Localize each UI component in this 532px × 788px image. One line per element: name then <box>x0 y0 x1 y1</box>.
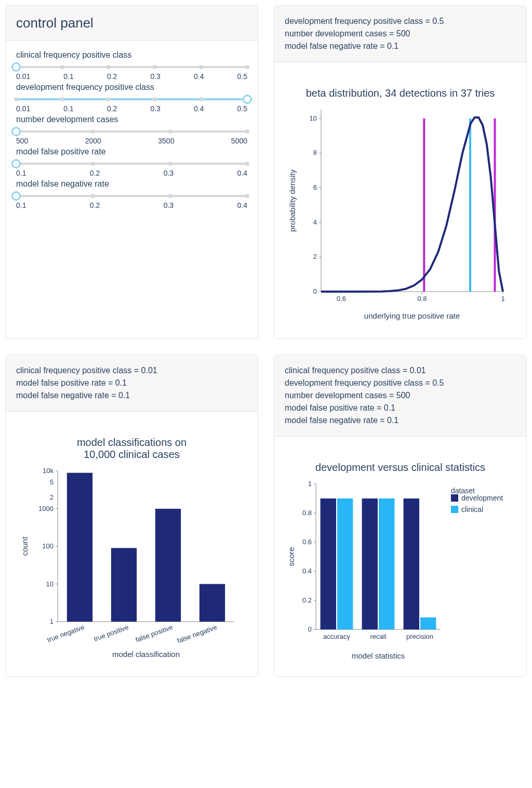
metric-line: clinical frequency positive class = 0.01 <box>16 364 247 377</box>
slider-model-false-negative-rate: model false negative rate0.10.20.30.4 <box>16 179 247 209</box>
svg-text:10k: 10k <box>43 467 54 475</box>
metric-line: number development cases = 500 <box>285 389 516 402</box>
metric-line: number development cases = 500 <box>285 28 516 40</box>
svg-text:100: 100 <box>42 542 54 550</box>
svg-rect-70 <box>420 618 436 629</box>
svg-text:score: score <box>287 547 296 567</box>
svg-rect-64 <box>337 498 353 629</box>
control-panel-body: clinical frequency positive class0.010.1… <box>6 41 258 222</box>
svg-text:false negative: false negative <box>176 623 218 645</box>
classifications-card-body: model classifications on 10,000 clinical… <box>6 412 258 674</box>
slider-number-development-cases: number development cases500200035005000 <box>16 115 247 145</box>
slider-handle[interactable] <box>11 127 21 136</box>
svg-rect-39 <box>67 473 92 622</box>
svg-rect-63 <box>321 498 336 629</box>
svg-text:underlying true positive rate: underlying true positive rate <box>364 311 460 320</box>
slider-handle[interactable] <box>11 191 21 201</box>
classifications-chart-area: 110100100010k25true negativetrue positiv… <box>16 466 247 663</box>
slider-ticks: 0.10.20.30.4 <box>16 169 247 177</box>
svg-text:2: 2 <box>313 253 317 260</box>
slider-clinical-frequency-positive-class: clinical frequency positive class0.010.1… <box>16 50 247 81</box>
svg-text:0.8: 0.8 <box>302 509 312 517</box>
classifications-card: clinical frequency positive class = 0.01… <box>5 354 258 677</box>
svg-rect-45 <box>200 584 225 622</box>
svg-text:count: count <box>20 536 29 556</box>
metric-line: development frequency positive class = 0… <box>285 15 516 28</box>
control-panel-card: control panel clinical frequency positiv… <box>5 5 258 339</box>
slider-label: number development cases <box>16 115 247 124</box>
svg-text:true positive: true positive <box>93 623 130 643</box>
svg-text:1: 1 <box>50 618 54 625</box>
svg-text:8: 8 <box>313 149 317 156</box>
stats-card-body: development versus clinical statistics 0… <box>274 437 526 676</box>
svg-text:0: 0 <box>313 287 317 295</box>
svg-text:1: 1 <box>501 295 504 303</box>
stats-card-header: clinical frequency positive class = 0.01… <box>274 355 526 437</box>
svg-text:development: development <box>461 494 503 502</box>
stats-chart-title: development versus clinical statistics <box>285 462 516 474</box>
slider-handle[interactable] <box>11 159 21 168</box>
slider-ticks: 0.010.10.20.30.40.5 <box>16 104 247 113</box>
svg-rect-67 <box>379 498 394 629</box>
metric-line: clinical frequency positive class = 0.01 <box>285 364 516 377</box>
classifications-chart-title: model classifications on 10,000 clinical… <box>16 437 247 461</box>
svg-text:clinical: clinical <box>461 505 483 514</box>
slider-label: development frequency positive class <box>16 83 247 92</box>
metric-line: model false negative rate = 0.1 <box>16 389 247 402</box>
svg-text:0.4: 0.4 <box>302 567 312 575</box>
slider-ticks: 0.10.20.30.4 <box>16 201 247 209</box>
classifications-chart-svg: 110100100010k25true negativetrue positiv… <box>16 466 245 663</box>
svg-rect-66 <box>362 498 378 629</box>
beta-chart-svg: 02468100.60.81underlying true positive r… <box>285 104 513 328</box>
classifications-card-header: clinical frequency positive class = 0.01… <box>6 355 258 412</box>
svg-text:0: 0 <box>308 625 312 633</box>
slider-track[interactable] <box>16 127 247 136</box>
svg-text:0.8: 0.8 <box>417 295 427 303</box>
metric-line: model false negative rate = 0.1 <box>285 414 516 427</box>
svg-text:4: 4 <box>313 218 317 226</box>
slider-ticks: 500200035005000 <box>16 137 247 145</box>
slider-ticks: 0.010.10.20.30.40.5 <box>16 72 247 81</box>
svg-text:1: 1 <box>308 480 312 488</box>
beta-card: development frequency positive class = 0… <box>274 5 527 339</box>
stats-chart-svg: 00.20.40.60.81accuracyrecallprecisionmod… <box>285 479 513 666</box>
slider-track[interactable] <box>16 63 247 71</box>
svg-text:model classification: model classification <box>112 650 180 659</box>
metric-line: model false positive rate = 0.1 <box>285 402 516 414</box>
svg-text:1000: 1000 <box>38 505 54 513</box>
slider-label: clinical frequency positive class <box>16 50 247 60</box>
slider-track[interactable] <box>16 192 247 200</box>
svg-rect-41 <box>111 548 137 622</box>
svg-text:10: 10 <box>310 114 317 122</box>
metric-line: development frequency positive class = 0… <box>285 377 516 389</box>
slider-handle[interactable] <box>243 95 252 104</box>
svg-text:accuracy: accuracy <box>323 633 351 640</box>
svg-rect-69 <box>404 498 419 629</box>
slider-track[interactable] <box>16 160 247 168</box>
beta-card-header: development frequency positive class = 0… <box>274 6 526 62</box>
beta-chart-area: 02468100.60.81underlying true positive r… <box>285 104 516 328</box>
svg-text:6: 6 <box>313 183 317 191</box>
slider-label: model false positive rate <box>16 147 247 156</box>
control-panel-header: control panel <box>6 6 258 41</box>
svg-rect-77 <box>451 506 458 513</box>
svg-rect-75 <box>451 494 458 502</box>
metric-line: model false negative rate = 0.1 <box>285 40 516 52</box>
slider-label: model false negative rate <box>16 179 247 189</box>
stats-card: clinical frequency positive class = 0.01… <box>274 354 527 677</box>
slider-development-frequency-positive-class: development frequency positive class0.01… <box>16 83 247 113</box>
svg-text:5: 5 <box>50 478 54 486</box>
svg-text:true negative: true negative <box>46 623 86 644</box>
slider-track[interactable] <box>16 95 247 103</box>
stats-chart-area: 00.20.40.60.81accuracyrecallprecisionmod… <box>285 479 516 666</box>
slider-model-false-positive-rate: model false positive rate0.10.20.30.4 <box>16 147 247 177</box>
svg-text:precision: precision <box>406 633 433 640</box>
svg-text:0.2: 0.2 <box>302 596 312 604</box>
svg-text:false positive: false positive <box>135 623 174 644</box>
svg-text:0.6: 0.6 <box>337 295 346 303</box>
svg-text:0.6: 0.6 <box>302 538 312 546</box>
svg-text:model statistics: model statistics <box>352 651 405 660</box>
slider-handle[interactable] <box>11 62 21 72</box>
beta-chart-title: beta distribution, 34 detections in 37 t… <box>285 87 516 99</box>
control-panel-title: control panel <box>16 15 247 31</box>
